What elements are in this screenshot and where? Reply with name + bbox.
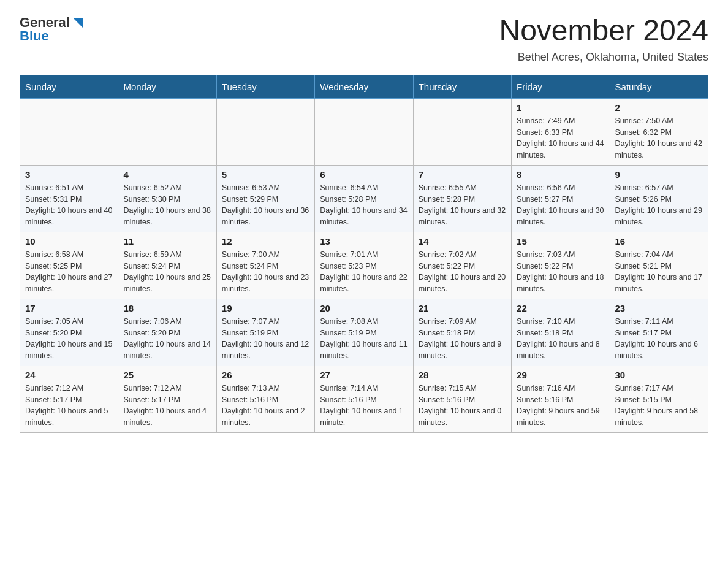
header-day-thursday: Thursday <box>413 75 511 98</box>
day-info: Sunrise: 7:05 AMSunset: 5:20 PMDaylight:… <box>25 316 113 362</box>
day-number: 25 <box>123 370 211 380</box>
day-info: Sunrise: 6:58 AMSunset: 5:25 PMDaylight:… <box>25 249 113 295</box>
day-info: Sunrise: 7:08 AMSunset: 5:19 PMDaylight:… <box>320 316 408 362</box>
calendar-cell: 22Sunrise: 7:10 AMSunset: 5:18 PMDayligh… <box>512 299 610 366</box>
calendar-cell: 17Sunrise: 7:05 AMSunset: 5:20 PMDayligh… <box>20 299 118 366</box>
calendar-cell: 24Sunrise: 7:12 AMSunset: 5:17 PMDayligh… <box>20 366 118 432</box>
calendar-cell: 2Sunrise: 7:50 AMSunset: 6:32 PMDaylight… <box>610 98 708 165</box>
day-info: Sunrise: 7:04 AMSunset: 5:21 PMDaylight:… <box>615 249 703 295</box>
day-info: Sunrise: 7:16 AMSunset: 5:16 PMDaylight:… <box>517 383 604 429</box>
header-day-sunday: Sunday <box>20 75 118 98</box>
calendar-table: SundayMondayTuesdayWednesdayThursdayFrid… <box>20 75 708 433</box>
day-info: Sunrise: 6:54 AMSunset: 5:28 PMDaylight:… <box>320 182 408 228</box>
day-info: Sunrise: 7:11 AMSunset: 5:17 PMDaylight:… <box>615 316 703 362</box>
day-number: 26 <box>222 370 309 380</box>
day-info: Sunrise: 7:17 AMSunset: 5:15 PMDaylight:… <box>615 383 703 429</box>
day-info: Sunrise: 6:59 AMSunset: 5:24 PMDaylight:… <box>123 249 211 295</box>
day-number: 6 <box>320 169 408 180</box>
day-info: Sunrise: 7:13 AMSunset: 5:16 PMDaylight:… <box>222 383 309 429</box>
day-number: 20 <box>320 303 408 313</box>
calendar-cell: 12Sunrise: 7:00 AMSunset: 5:24 PMDayligh… <box>216 232 314 299</box>
header-day-monday: Monday <box>118 75 216 98</box>
day-number: 15 <box>517 236 604 247</box>
day-number: 11 <box>123 236 211 247</box>
logo-triangle-icon <box>71 16 85 29</box>
day-info: Sunrise: 7:10 AMSunset: 5:18 PMDaylight:… <box>517 316 604 362</box>
calendar-cell: 19Sunrise: 7:07 AMSunset: 5:19 PMDayligh… <box>216 299 314 366</box>
day-info: Sunrise: 6:56 AMSunset: 5:27 PMDaylight:… <box>517 182 604 228</box>
day-info: Sunrise: 7:12 AMSunset: 5:17 PMDaylight:… <box>25 383 113 429</box>
day-info: Sunrise: 6:52 AMSunset: 5:30 PMDaylight:… <box>123 182 211 228</box>
calendar-cell <box>216 98 314 165</box>
calendar-cell: 20Sunrise: 7:08 AMSunset: 5:19 PMDayligh… <box>315 299 413 366</box>
calendar-cell: 21Sunrise: 7:09 AMSunset: 5:18 PMDayligh… <box>413 299 511 366</box>
day-info: Sunrise: 7:09 AMSunset: 5:18 PMDaylight:… <box>419 316 506 362</box>
title-area: November 2024 Bethel Acres, Oklahoma, Un… <box>499 15 708 64</box>
day-info: Sunrise: 7:03 AMSunset: 5:22 PMDaylight:… <box>517 249 604 295</box>
calendar-cell: 29Sunrise: 7:16 AMSunset: 5:16 PMDayligh… <box>512 366 610 432</box>
day-info: Sunrise: 7:06 AMSunset: 5:20 PMDaylight:… <box>123 316 211 362</box>
day-number: 4 <box>123 169 211 180</box>
day-number: 16 <box>615 236 703 247</box>
day-info: Sunrise: 6:51 AMSunset: 5:31 PMDaylight:… <box>25 182 113 228</box>
calendar-cell: 1Sunrise: 7:49 AMSunset: 6:33 PMDaylight… <box>512 98 610 165</box>
calendar-cell: 11Sunrise: 6:59 AMSunset: 5:24 PMDayligh… <box>118 232 216 299</box>
day-info: Sunrise: 6:55 AMSunset: 5:28 PMDaylight:… <box>419 182 506 228</box>
calendar-cell: 8Sunrise: 6:56 AMSunset: 5:27 PMDaylight… <box>512 165 610 232</box>
header-row: SundayMondayTuesdayWednesdayThursdayFrid… <box>20 75 708 98</box>
day-number: 17 <box>25 303 113 313</box>
calendar-cell: 3Sunrise: 6:51 AMSunset: 5:31 PMDaylight… <box>20 165 118 232</box>
calendar-cell: 16Sunrise: 7:04 AMSunset: 5:21 PMDayligh… <box>610 232 708 299</box>
calendar-header: SundayMondayTuesdayWednesdayThursdayFrid… <box>20 75 708 98</box>
calendar-body: 1Sunrise: 7:49 AMSunset: 6:33 PMDaylight… <box>20 98 708 432</box>
calendar-cell: 6Sunrise: 6:54 AMSunset: 5:28 PMDaylight… <box>315 165 413 232</box>
header-day-tuesday: Tuesday <box>216 75 314 98</box>
day-info: Sunrise: 7:01 AMSunset: 5:23 PMDaylight:… <box>320 249 408 295</box>
week-row-4: 17Sunrise: 7:05 AMSunset: 5:20 PMDayligh… <box>20 299 708 366</box>
calendar-cell: 26Sunrise: 7:13 AMSunset: 5:16 PMDayligh… <box>216 366 314 432</box>
calendar-cell: 5Sunrise: 6:53 AMSunset: 5:29 PMDaylight… <box>216 165 314 232</box>
day-number: 18 <box>123 303 211 313</box>
day-number: 12 <box>222 236 309 247</box>
day-info: Sunrise: 7:00 AMSunset: 5:24 PMDaylight:… <box>222 249 309 295</box>
calendar-cell <box>315 98 413 165</box>
day-info: Sunrise: 7:50 AMSunset: 6:32 PMDaylight:… <box>615 115 703 161</box>
day-info: Sunrise: 7:07 AMSunset: 5:19 PMDaylight:… <box>222 316 309 362</box>
calendar-cell: 13Sunrise: 7:01 AMSunset: 5:23 PMDayligh… <box>315 232 413 299</box>
calendar-cell <box>118 98 216 165</box>
calendar-cell: 28Sunrise: 7:15 AMSunset: 5:16 PMDayligh… <box>413 366 511 432</box>
header-day-saturday: Saturday <box>610 75 708 98</box>
week-row-3: 10Sunrise: 6:58 AMSunset: 5:25 PMDayligh… <box>20 232 708 299</box>
calendar-subtitle: Bethel Acres, Oklahoma, United States <box>499 51 708 64</box>
calendar-cell: 15Sunrise: 7:03 AMSunset: 5:22 PMDayligh… <box>512 232 610 299</box>
calendar-cell: 25Sunrise: 7:12 AMSunset: 5:17 PMDayligh… <box>118 366 216 432</box>
day-info: Sunrise: 6:57 AMSunset: 5:26 PMDaylight:… <box>615 182 703 228</box>
day-info: Sunrise: 7:14 AMSunset: 5:16 PMDaylight:… <box>320 383 408 429</box>
day-number: 10 <box>25 236 113 247</box>
day-number: 2 <box>615 102 703 113</box>
day-info: Sunrise: 7:49 AMSunset: 6:33 PMDaylight:… <box>517 115 604 161</box>
day-number: 23 <box>615 303 703 313</box>
calendar-cell: 30Sunrise: 7:17 AMSunset: 5:15 PMDayligh… <box>610 366 708 432</box>
svg-marker-0 <box>74 18 83 28</box>
day-number: 14 <box>419 236 506 247</box>
day-number: 7 <box>419 169 506 180</box>
day-number: 19 <box>222 303 309 313</box>
day-info: Sunrise: 7:12 AMSunset: 5:17 PMDaylight:… <box>123 383 211 429</box>
calendar-cell: 23Sunrise: 7:11 AMSunset: 5:17 PMDayligh… <box>610 299 708 366</box>
calendar-cell: 7Sunrise: 6:55 AMSunset: 5:28 PMDaylight… <box>413 165 511 232</box>
calendar-cell: 4Sunrise: 6:52 AMSunset: 5:30 PMDaylight… <box>118 165 216 232</box>
calendar-cell: 9Sunrise: 6:57 AMSunset: 5:26 PMDaylight… <box>610 165 708 232</box>
day-number: 21 <box>419 303 506 313</box>
day-number: 22 <box>517 303 604 313</box>
day-number: 8 <box>517 169 604 180</box>
day-number: 3 <box>25 169 113 180</box>
day-number: 13 <box>320 236 408 247</box>
week-row-1: 1Sunrise: 7:49 AMSunset: 6:33 PMDaylight… <box>20 98 708 165</box>
calendar-cell: 27Sunrise: 7:14 AMSunset: 5:16 PMDayligh… <box>315 366 413 432</box>
calendar-cell: 10Sunrise: 6:58 AMSunset: 5:25 PMDayligh… <box>20 232 118 299</box>
day-number: 1 <box>517 102 604 113</box>
day-info: Sunrise: 7:15 AMSunset: 5:16 PMDaylight:… <box>419 383 506 429</box>
day-info: Sunrise: 6:53 AMSunset: 5:29 PMDaylight:… <box>222 182 309 228</box>
header-day-wednesday: Wednesday <box>315 75 413 98</box>
